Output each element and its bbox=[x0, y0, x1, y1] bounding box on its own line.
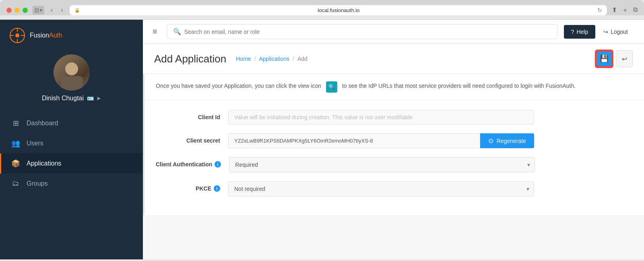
brand-auth: Auth bbox=[49, 32, 62, 39]
minimize-button[interactable] bbox=[14, 8, 20, 13]
sidebar-item-label: Applications bbox=[27, 160, 61, 167]
form-fields: Client Id Client secret ⊙ bbox=[144, 100, 644, 215]
client-secret-row: Client secret ⊙ Regenerate bbox=[156, 133, 633, 148]
brand-logo-area: FusionAuth bbox=[0, 20, 143, 50]
avatar bbox=[54, 54, 90, 91]
sidebar-item-users[interactable]: 👥 Users bbox=[0, 133, 143, 153]
close-button[interactable] bbox=[6, 8, 12, 13]
breadcrumb: Home / Applications / Add bbox=[236, 56, 308, 62]
new-tab-button[interactable]: ＋ bbox=[622, 6, 628, 14]
maximize-button[interactable] bbox=[23, 8, 28, 13]
view-icon-badge: 🔍 bbox=[326, 81, 337, 93]
client-auth-info-icon[interactable]: i bbox=[215, 161, 221, 168]
users-icon: 👥 bbox=[11, 139, 20, 148]
topbar: ≡ 🔍 ? Help ↪ Logout bbox=[143, 20, 644, 44]
logout-icon: ↪ bbox=[603, 29, 608, 35]
page-header: Add Application Home / Applications / Ad… bbox=[143, 44, 644, 74]
user-name: Dinish Chugtai 🪪 ➤ bbox=[42, 95, 101, 102]
client-auth-control: Required Optional None ▾ bbox=[229, 157, 535, 172]
client-auth-select[interactable]: Required Optional None bbox=[229, 157, 535, 172]
svg-point-6 bbox=[17, 28, 18, 29]
applications-icon: 📦 bbox=[11, 159, 20, 168]
sidebar-item-label: Dashboard bbox=[27, 120, 58, 127]
user-profile-section: Dinish Chugtai 🪪 ➤ bbox=[0, 50, 143, 110]
client-id-input[interactable] bbox=[228, 110, 534, 124]
regenerate-button[interactable]: ⊙ Regenerate bbox=[480, 133, 534, 148]
breadcrumb-sep-1: / bbox=[254, 56, 256, 62]
form-panel: Once you have saved your Application, yo… bbox=[143, 74, 644, 215]
help-button[interactable]: ? Help bbox=[564, 25, 596, 39]
breadcrumb-current: Add bbox=[297, 56, 308, 62]
page-title: Add Application bbox=[154, 53, 226, 65]
content-area: Once you have saved your Application, yo… bbox=[143, 74, 644, 259]
client-secret-input[interactable] bbox=[228, 133, 480, 148]
search-icon: 🔍 bbox=[173, 28, 181, 35]
client-auth-label: Client Authentication i bbox=[156, 157, 221, 168]
client-secret-control: ⊙ Regenerate bbox=[228, 133, 534, 148]
dashboard-icon: ⊞ bbox=[11, 119, 20, 128]
sidebar-toggle[interactable]: ⊡▾ bbox=[33, 6, 44, 14]
tabs-button[interactable]: ⧉ bbox=[633, 6, 638, 14]
info-banner-text-after: to see the IdP URLs that most service pr… bbox=[342, 81, 576, 90]
pkce-info-icon[interactable]: i bbox=[214, 185, 220, 192]
svg-point-1 bbox=[15, 33, 19, 37]
pkce-control: Not required Required Optional ▾ bbox=[228, 181, 534, 197]
sidebar-item-label: Groups bbox=[27, 180, 47, 187]
client-id-label: Client Id bbox=[156, 110, 220, 120]
breadcrumb-applications[interactable]: Applications bbox=[259, 56, 290, 62]
client-id-control bbox=[228, 110, 534, 124]
sidebar-navigation: ⊞ Dashboard 👥 Users 📦 Applications 🗂 Gro… bbox=[0, 110, 143, 259]
share-button[interactable]: ⬆ bbox=[612, 6, 617, 14]
regenerate-icon: ⊙ bbox=[488, 137, 493, 145]
groups-icon: 🗂 bbox=[11, 179, 20, 188]
url-text: local.fusionauth.io bbox=[83, 7, 595, 13]
user-action-icons[interactable]: 🪪 ➤ bbox=[87, 95, 101, 102]
sidebar-item-dashboard[interactable]: ⊞ Dashboard bbox=[0, 113, 143, 133]
pkce-select[interactable]: Not required Required Optional bbox=[228, 181, 534, 197]
client-secret-label: Client secret bbox=[156, 133, 220, 144]
brand-name: FusionAuth bbox=[30, 32, 62, 39]
info-banner: Once you have saved your Application, yo… bbox=[144, 74, 644, 100]
back-button[interactable]: ↩ bbox=[616, 50, 633, 67]
fusionauth-logo-icon bbox=[10, 28, 25, 43]
main-content: ≡ 🔍 ? Help ↪ Logout Add Application Home bbox=[143, 20, 644, 259]
breadcrumb-sep-2: / bbox=[293, 56, 294, 62]
browser-forward[interactable]: › bbox=[59, 6, 64, 14]
save-icon: 💾 bbox=[600, 54, 609, 63]
pkce-label: PKCE i bbox=[156, 181, 220, 192]
topbar-actions: ? Help ↪ Logout bbox=[564, 25, 634, 39]
browser-back[interactable]: ‹ bbox=[49, 6, 54, 14]
svg-point-9 bbox=[24, 35, 25, 36]
search-input[interactable] bbox=[184, 29, 551, 35]
sidebar-item-label: Users bbox=[27, 140, 43, 147]
svg-point-8 bbox=[10, 35, 11, 36]
address-bar[interactable]: 🔒 local.fusionauth.io ↻ bbox=[70, 5, 607, 15]
info-banner-text-before: Once you have saved your Application, yo… bbox=[156, 81, 321, 90]
sidebar: FusionAuth Dinish Chugtai 🪪 ➤ ⊞ D bbox=[0, 20, 143, 259]
breadcrumb-home[interactable]: Home bbox=[236, 56, 251, 62]
page-actions: 💾 ↩ bbox=[596, 50, 633, 67]
client-auth-row: Client Authentication i Required Optiona… bbox=[156, 157, 633, 172]
brand-fusion: Fusion bbox=[30, 32, 49, 39]
search-container[interactable]: 🔍 bbox=[167, 24, 557, 39]
save-button[interactable]: 💾 bbox=[596, 50, 613, 67]
reload-button[interactable]: ↻ bbox=[597, 7, 602, 13]
sidebar-item-applications[interactable]: 📦 Applications bbox=[0, 153, 143, 174]
client-id-row: Client Id bbox=[156, 110, 633, 124]
logout-button[interactable]: ↪ Logout bbox=[597, 25, 634, 39]
undo-icon: ↩ bbox=[622, 55, 627, 63]
lock-icon: 🔒 bbox=[74, 8, 80, 13]
menu-icon[interactable]: ≡ bbox=[153, 27, 157, 36]
help-circle-icon: ? bbox=[571, 29, 574, 35]
svg-point-7 bbox=[17, 42, 18, 43]
user-send-icon[interactable]: ➤ bbox=[96, 95, 101, 102]
sidebar-item-groups[interactable]: 🗂 Groups bbox=[0, 174, 143, 193]
user-card-icon[interactable]: 🪪 bbox=[87, 95, 94, 102]
pkce-row: PKCE i Not required Required Optional bbox=[156, 181, 633, 197]
